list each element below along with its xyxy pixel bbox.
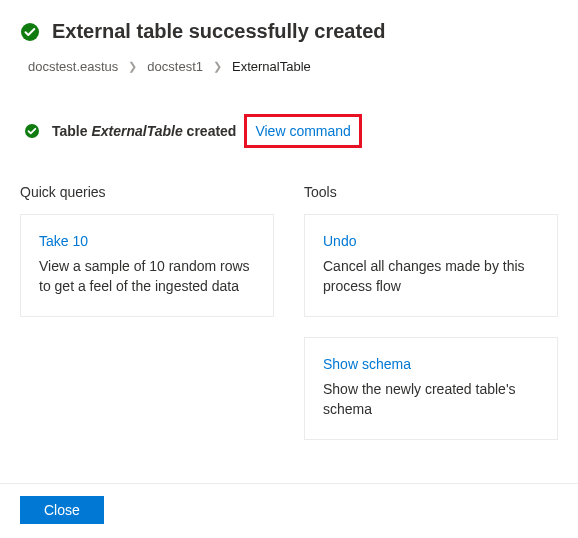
success-check-icon xyxy=(20,22,40,42)
breadcrumb-item-current: ExternalTable xyxy=(232,59,311,74)
page-header: External table successfully created xyxy=(20,20,558,43)
card-title: Undo xyxy=(323,233,539,249)
breadcrumb: docstest.eastus ❯ docstest1 ❯ ExternalTa… xyxy=(28,59,558,74)
tools-column: Tools Undo Cancel all changes made by th… xyxy=(304,184,558,460)
card-desc: View a sample of 10 random rows to get a… xyxy=(39,257,255,296)
breadcrumb-item[interactable]: docstest.eastus xyxy=(28,59,118,74)
tools-title: Tools xyxy=(304,184,558,200)
status-table-name: ExternalTable xyxy=(91,123,182,139)
card-desc: Show the newly created table's schema xyxy=(323,380,539,419)
highlight-box: View command xyxy=(244,114,361,148)
chevron-right-icon: ❯ xyxy=(213,60,222,73)
close-button[interactable]: Close xyxy=(20,496,104,524)
quick-queries-column: Quick queries Take 10 View a sample of 1… xyxy=(20,184,274,337)
status-suffix: created xyxy=(183,123,237,139)
card-show-schema[interactable]: Show schema Show the newly created table… xyxy=(304,337,558,440)
card-title: Show schema xyxy=(323,356,539,372)
quick-queries-title: Quick queries xyxy=(20,184,274,200)
content-columns: Quick queries Take 10 View a sample of 1… xyxy=(20,184,558,460)
card-take-10[interactable]: Take 10 View a sample of 10 random rows … xyxy=(20,214,274,317)
chevron-right-icon: ❯ xyxy=(128,60,137,73)
breadcrumb-item[interactable]: docstest1 xyxy=(147,59,203,74)
card-desc: Cancel all changes made by this process … xyxy=(323,257,539,296)
status-text: Table ExternalTable created xyxy=(52,123,236,139)
status-prefix: Table xyxy=(52,123,91,139)
footer-bar: Close xyxy=(0,483,578,538)
success-check-icon xyxy=(24,123,40,139)
card-undo[interactable]: Undo Cancel all changes made by this pro… xyxy=(304,214,558,317)
status-row: Table ExternalTable created View command xyxy=(24,114,558,148)
card-title: Take 10 xyxy=(39,233,255,249)
page-title: External table successfully created xyxy=(52,20,386,43)
view-command-link[interactable]: View command xyxy=(255,123,350,139)
